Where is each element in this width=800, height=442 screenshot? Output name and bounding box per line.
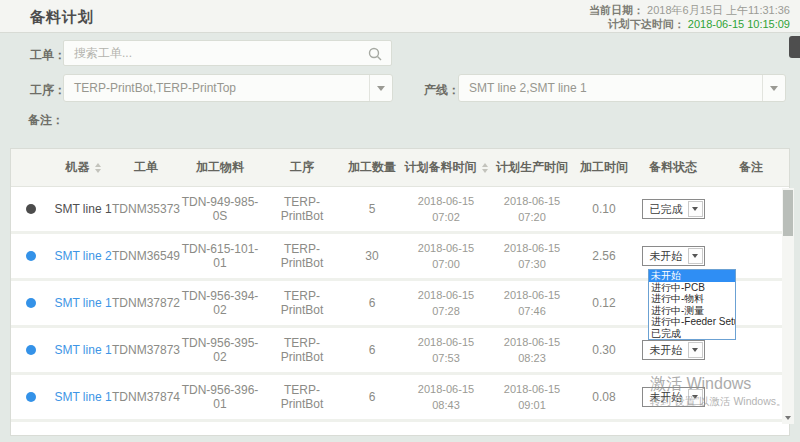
cell-status: 未开始 (633, 387, 713, 407)
prod-time: 07:20 (518, 209, 546, 225)
cell-machine: SMT line 1 (51, 343, 115, 357)
cell-process: TERP-PrintBot (263, 383, 341, 411)
cell-work-order: TDNM35373 (115, 202, 177, 216)
prep-time: 08:43 (432, 397, 460, 413)
cell-plan-prep-time: 2018-06-1508:43 (403, 381, 489, 413)
column-header-remark: 备注 (713, 159, 789, 176)
row-select-radio[interactable] (26, 251, 36, 261)
column-header-material: 加工物料 (177, 159, 263, 176)
cell-machine: SMT line 1 (51, 202, 115, 216)
sort-down-icon (95, 169, 101, 173)
status-option[interactable]: 未开始 (649, 270, 735, 282)
cell-qty: 30 (341, 249, 403, 263)
cell-plan-prod-time: 2018-06-1509:01 (489, 381, 575, 413)
machine-link[interactable]: SMT line 1 (54, 202, 111, 216)
status-select-arrow[interactable] (688, 248, 703, 264)
line-select-value: SMT line 2,SMT line 1 (469, 81, 587, 95)
process-select[interactable]: TERP-PrintBot,TERP-PrintTop (63, 74, 393, 102)
machine-link[interactable]: SMT line 2 (54, 249, 111, 263)
column-header-label: 备料状态 (649, 159, 697, 176)
cell-plan-prep-time: 2018-06-1507:53 (403, 334, 489, 366)
process-select-arrow[interactable] (369, 75, 392, 101)
prep-time: 07:02 (432, 209, 460, 225)
column-header-label: 工序 (290, 159, 314, 176)
current-date-line: 当前日期： 2018年6月15日 上午11:31:36 (589, 3, 790, 17)
status-select-arrow[interactable] (688, 201, 703, 217)
prod-date: 2018-06-15 (504, 193, 560, 209)
column-header-label: 备注 (739, 159, 763, 176)
line-select[interactable]: SMT line 2,SMT line 1 (458, 74, 786, 102)
machine-link[interactable]: SMT line 1 (54, 296, 111, 310)
column-header-label: 机器 (66, 159, 90, 176)
prod-date: 2018-06-15 (504, 287, 560, 303)
cell-machine: SMT line 2 (51, 249, 115, 263)
status-select-arrow[interactable] (688, 389, 703, 405)
column-header-proc_time: 加工时间 (575, 159, 633, 176)
table-scrollbar[interactable] (782, 188, 794, 424)
cell-plan-prep-time: 2018-06-1507:00 (403, 240, 489, 272)
status-option[interactable]: 进行中-PCB (649, 282, 735, 294)
plan-release-label: 计划下达时间： (608, 18, 685, 30)
search-icon[interactable] (367, 46, 383, 62)
machine-link[interactable]: SMT line 1 (54, 390, 111, 404)
column-header-label: 加工物料 (196, 159, 244, 176)
status-select[interactable]: 未开始 (642, 387, 705, 407)
cell-material: TDN-615-101-01 (177, 242, 263, 270)
machine-link[interactable]: SMT line 1 (54, 343, 111, 357)
cell-qty: 6 (341, 343, 403, 357)
status-select-arrow[interactable] (688, 342, 703, 358)
cell-material: TDN-956-396-01 (177, 383, 263, 411)
process-select-value: TERP-PrintBot,TERP-PrintTop (74, 81, 236, 95)
prep-date: 2018-06-15 (418, 287, 474, 303)
remark-label: 备注： (28, 112, 64, 129)
cell-plan-prod-time: 2018-06-1507:30 (489, 240, 575, 272)
status-option[interactable]: 进行中-测量 (649, 305, 735, 317)
status-select-value: 未开始 (643, 390, 688, 405)
prep-time: 07:00 (432, 256, 460, 272)
sort-down-icon (482, 169, 488, 173)
prod-date: 2018-06-15 (504, 240, 560, 256)
scrollbar-thumb[interactable] (783, 190, 793, 236)
row-select-radio[interactable] (26, 392, 36, 402)
line-select-arrow[interactable] (762, 75, 785, 101)
cell-work-order: TDNM37872 (115, 296, 177, 310)
cell-proc-time: 0.12 (575, 296, 633, 310)
status-select[interactable]: 未开始 (642, 340, 705, 360)
cell-plan-prod-time: 2018-06-1508:23 (489, 334, 575, 366)
sort-icon[interactable] (482, 163, 488, 173)
status-select[interactable]: 未开始 (642, 246, 705, 266)
status-option[interactable]: 已完成 (649, 328, 735, 340)
line-label: 产线： (424, 82, 460, 99)
column-header-qty: 加工数量 (341, 159, 403, 176)
cell-process: TERP-PrintBot (263, 289, 341, 317)
status-dropdown-list: 未开始进行中-PCB进行中-物料进行中-测量进行中-Feeder Setup已完… (648, 269, 736, 340)
chevron-down-icon (692, 348, 698, 352)
cell-process: TERP-PrintBot (263, 242, 341, 270)
prod-date: 2018-06-15 (504, 334, 560, 350)
row-select-radio[interactable] (26, 298, 36, 308)
status-select[interactable]: 已完成 (642, 199, 705, 219)
cell-status: 未开始 (633, 246, 713, 266)
column-header-label: 工单 (134, 159, 158, 176)
column-header-plan_prod: 计划生产时间 (489, 159, 575, 176)
work-order-search-input[interactable] (64, 41, 391, 65)
prep-date: 2018-06-15 (418, 334, 474, 350)
table-header-row: 机器工单加工物料工序加工数量计划备料时间计划生产时间加工时间备料状态备注 (11, 149, 789, 187)
chevron-down-icon (692, 395, 698, 399)
scrollbar-down-button[interactable] (782, 411, 794, 424)
row-select-radio[interactable] (26, 345, 36, 355)
row-select-radio[interactable] (26, 204, 36, 214)
edge-handle[interactable] (789, 36, 800, 58)
status-option[interactable]: 进行中-Feeder Setup (649, 316, 735, 328)
column-header-process: 工序 (263, 159, 341, 176)
prod-date: 2018-06-15 (504, 381, 560, 397)
table-row: SMT line 1TDNM35373TDN-949-985-0STERP-Pr… (11, 187, 789, 234)
prod-time: 07:46 (518, 303, 546, 319)
cell-qty: 6 (341, 296, 403, 310)
cell-qty: 6 (341, 390, 403, 404)
column-header-machine[interactable]: 机器 (51, 159, 115, 176)
column-header-plan_prep[interactable]: 计划备料时间 (403, 159, 489, 176)
sort-icon[interactable] (95, 163, 101, 173)
status-option[interactable]: 进行中-物料 (649, 293, 735, 305)
cell-material: TDN-956-395-02 (177, 336, 263, 364)
